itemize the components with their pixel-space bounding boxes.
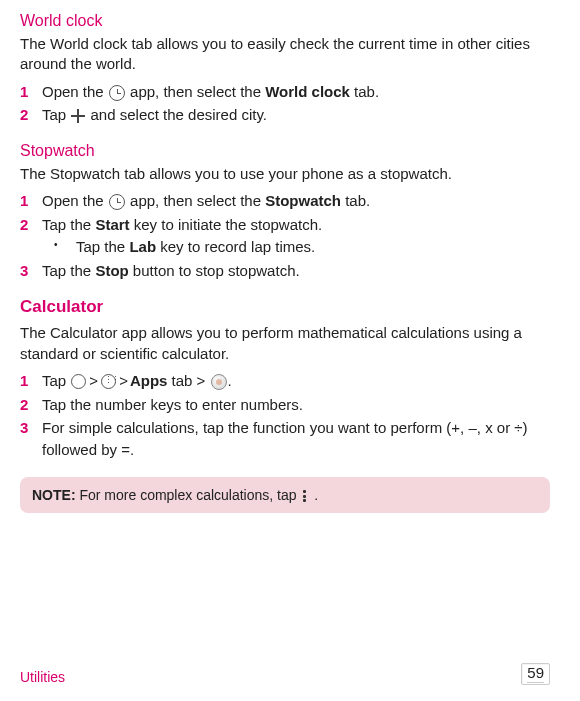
step-item: 2 Tap the Start key to initiate the stop… <box>20 214 550 258</box>
step-item: 1 Open the app, then select the Stopwatc… <box>20 190 550 212</box>
section-intro: The Stopwatch tab allows you to use your… <box>20 164 550 184</box>
text: Tap <box>42 372 70 389</box>
text: and select the desired city. <box>86 106 267 123</box>
section-intro: The World clock tab allows you to easily… <box>20 34 550 75</box>
chevron-right-icon: > <box>89 372 98 389</box>
section-title: World clock <box>20 12 550 30</box>
step-number: 2 <box>20 394 28 416</box>
sub-list: Tap the Lab key to record lap times. <box>42 236 550 258</box>
text: button to stop stopwatch. <box>129 262 300 279</box>
clock-icon <box>109 85 125 101</box>
bold-text: World clock <box>265 83 350 100</box>
menu-dots-icon <box>300 489 310 503</box>
page-number-underline <box>527 682 544 683</box>
bold-text: Start <box>95 216 129 233</box>
calculator-icon <box>211 374 227 390</box>
text: Tap the number keys to enter numbers. <box>42 396 303 413</box>
step-number: 3 <box>20 417 28 439</box>
step-number: 2 <box>20 104 28 126</box>
text: Open the <box>42 83 108 100</box>
section-world-clock: World clock The World clock tab allows y… <box>20 12 550 126</box>
step-item: 2 Tap and select the desired city. <box>20 104 550 126</box>
step-number: 2 <box>20 214 28 236</box>
bold-text: Stop <box>95 262 128 279</box>
text: tab > <box>167 372 209 389</box>
step-number: 1 <box>20 81 28 103</box>
step-item: 3 For simple calculations, tap the funct… <box>20 417 550 461</box>
text: For simple calculations, tap the functio… <box>42 419 528 458</box>
step-item: 2 Tap the number keys to enter numbers. <box>20 394 550 416</box>
text: key to initiate the stopwatch. <box>130 216 323 233</box>
note-suffix: . <box>310 487 318 503</box>
section-stopwatch: Stopwatch The Stopwatch tab allows you t… <box>20 142 550 281</box>
text: Open the <box>42 192 108 209</box>
section-calculator: Calculator The Calculator app allows you… <box>20 297 550 513</box>
chevron-right-icon: > <box>119 372 128 389</box>
step-number: 1 <box>20 370 28 392</box>
text: . <box>228 372 232 389</box>
text: Tap the <box>76 238 129 255</box>
bold-text: Lab <box>129 238 156 255</box>
text: app, then select the <box>126 83 265 100</box>
text: Tap <box>42 106 70 123</box>
note-box: NOTE: For more complex calculations, tap… <box>20 477 550 513</box>
text: tab. <box>341 192 370 209</box>
steps-list: 1 Tap >>Apps tab > . 2 Tap the number ke… <box>20 370 550 461</box>
text: tab. <box>350 83 379 100</box>
section-title: Calculator <box>20 297 550 317</box>
text: app, then select the <box>126 192 265 209</box>
page-number-value: 59 <box>527 664 544 681</box>
text: Tap the <box>42 216 95 233</box>
plus-icon <box>71 109 85 123</box>
step-item: 1 Tap >>Apps tab > . <box>20 370 550 392</box>
page-footer: Utilities 59 <box>20 663 550 686</box>
step-item: 1 Open the app, then select the World cl… <box>20 81 550 103</box>
apps-grid-icon <box>101 374 116 389</box>
text: Tap the <box>42 262 95 279</box>
sub-item: Tap the Lab key to record lap times. <box>54 236 550 258</box>
steps-list: 1 Open the app, then select the Stopwatc… <box>20 190 550 281</box>
footer-category: Utilities <box>20 669 65 685</box>
home-icon <box>71 374 86 389</box>
step-number: 3 <box>20 260 28 282</box>
step-number: 1 <box>20 190 28 212</box>
steps-list: 1 Open the app, then select the World cl… <box>20 81 550 127</box>
page-number: 59 <box>521 663 550 686</box>
section-intro: The Calculator app allows you to perform… <box>20 323 550 364</box>
text: key to record lap times. <box>156 238 315 255</box>
note-text: For more complex calculations, tap <box>76 487 301 503</box>
note-label: NOTE: <box>32 487 76 503</box>
bold-text: Apps <box>130 372 168 389</box>
bold-text: Stopwatch <box>265 192 341 209</box>
clock-icon <box>109 194 125 210</box>
section-title: Stopwatch <box>20 142 550 160</box>
step-item: 3 Tap the Stop button to stop stopwatch. <box>20 260 550 282</box>
